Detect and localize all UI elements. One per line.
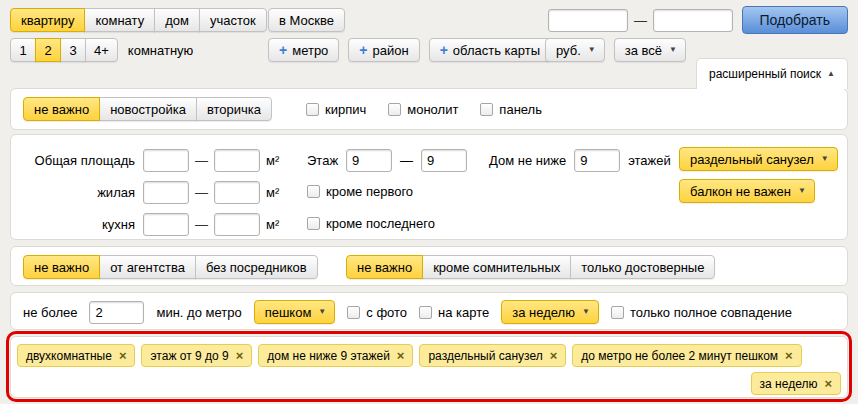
panel-checkbox-label: панель: [499, 102, 542, 117]
exclude-last-floor-checkbox[interactable]: кроме последнего: [307, 216, 435, 231]
living-area-to-input[interactable]: [214, 181, 260, 204]
submit-button[interactable]: Подобрать: [742, 6, 849, 34]
filter-tag-bathroom: раздельный санузел ×: [419, 344, 566, 367]
tags-row-1: двухкомнатные × этаж от 9 до 9 × дом не …: [11, 337, 847, 367]
filter-tag-floor: этаж от 9 до 9 ×: [141, 344, 252, 367]
building-type-any[interactable]: не важно: [23, 97, 100, 121]
period-select[interactable]: за неделю ▼: [501, 300, 599, 324]
floor-label: Этаж: [307, 153, 338, 168]
remove-tag-icon[interactable]: ×: [785, 349, 793, 362]
floor-from-input[interactable]: [346, 149, 392, 172]
plus-icon: +: [440, 43, 448, 57]
on-map-checkbox[interactable]: на карте: [419, 305, 489, 320]
remove-tag-icon[interactable]: ×: [550, 349, 558, 362]
total-area-to-input[interactable]: [214, 149, 260, 172]
room-count-2[interactable]: 2: [35, 38, 61, 62]
range-dash-icon: —: [400, 153, 413, 168]
trust-verified-only[interactable]: только достоверные: [570, 255, 715, 279]
checkbox-icon: [307, 185, 320, 198]
checkbox-icon: [306, 103, 319, 116]
plus-icon: +: [279, 43, 287, 57]
tab-house[interactable]: дом: [154, 8, 200, 32]
trust-segments: не важно кроме сомнительных только досто…: [346, 255, 715, 279]
room-count-group: 1 2 3 4+: [10, 38, 118, 62]
add-metro-button[interactable]: + метро: [268, 38, 339, 62]
chevron-down-icon: ▼: [588, 46, 596, 54]
seller-any[interactable]: не важно: [23, 255, 100, 279]
filter-tag-label: до метро не более 2 минут пешком: [581, 349, 778, 363]
tags-row-2: за неделю ×: [11, 367, 847, 395]
exact-match-checkbox[interactable]: только полное совпадение: [611, 305, 792, 320]
exclude-first-floor-label: кроме первого: [326, 184, 413, 199]
monolith-checkbox[interactable]: монолит: [388, 102, 458, 117]
price-from-input[interactable]: [548, 9, 628, 32]
metro-mode-select[interactable]: пешком ▼: [254, 300, 336, 324]
trust-no-doubtful[interactable]: кроме сомнительных: [422, 255, 571, 279]
chevron-down-icon: ▼: [582, 308, 590, 316]
advanced-search-toggle[interactable]: расширенный поиск ▲: [696, 58, 848, 89]
kitchen-area-to-input[interactable]: [214, 213, 260, 236]
brick-checkbox[interactable]: кирпич: [306, 102, 366, 117]
remove-tag-icon[interactable]: ×: [236, 349, 244, 362]
price-to-input[interactable]: [653, 9, 733, 32]
range-dash-icon: —: [195, 153, 208, 168]
living-area-from-input[interactable]: [143, 181, 189, 204]
filter-tag-label: за неделю: [760, 377, 818, 391]
tab-apartment[interactable]: квартиру: [10, 8, 85, 32]
metro-button-label: метро: [292, 43, 328, 58]
remove-tag-icon[interactable]: ×: [397, 349, 405, 362]
brick-checkbox-label: кирпич: [325, 102, 366, 117]
bathroom-select[interactable]: раздельный санузел ▼: [679, 147, 838, 171]
total-area-from-input[interactable]: [143, 149, 189, 172]
floor-to-input[interactable]: [421, 149, 467, 172]
price-unit-controls: руб. ▼ за всё ▼: [545, 38, 686, 62]
currency-select-value: руб.: [556, 43, 581, 58]
tab-room[interactable]: комнату: [84, 8, 155, 32]
room-count-1[interactable]: 1: [10, 38, 36, 62]
filter-tag-period: за неделю ×: [751, 372, 841, 395]
building-type-panel: не важно новостройка вторичка кирпич мон…: [10, 88, 848, 130]
checkbox-icon: [307, 217, 320, 230]
checkbox-icon: [611, 306, 624, 319]
rooms-suffix-label: комнатную: [128, 43, 194, 58]
chevron-down-icon: ▼: [821, 155, 829, 163]
remove-tag-icon[interactable]: ×: [119, 349, 127, 362]
checkbox-icon: [480, 103, 493, 116]
checkbox-icon: [347, 306, 360, 319]
room-count-3[interactable]: 3: [60, 38, 86, 62]
filter-tag-label: этаж от 9 до 9: [150, 349, 228, 363]
exclude-first-floor-checkbox[interactable]: кроме первого: [307, 184, 413, 199]
plus-icon: +: [359, 43, 367, 57]
metro-minutes-input[interactable]: [89, 301, 144, 324]
currency-select[interactable]: руб. ▼: [545, 38, 605, 62]
price-total-select[interactable]: за всё ▼: [614, 38, 686, 62]
photo-checkbox[interactable]: с фото: [347, 305, 407, 320]
advanced-search-label: расширенный поиск: [709, 67, 821, 81]
panel-checkbox[interactable]: панель: [480, 102, 542, 117]
exclude-last-floor-label: кроме последнего: [326, 216, 435, 231]
geo-buttons: + метро + район + область карты: [268, 38, 551, 62]
property-type-tabs: квартиру комнату дом участок: [10, 8, 267, 32]
room-count-4plus[interactable]: 4+: [85, 38, 118, 62]
trust-any[interactable]: не важно: [346, 255, 423, 279]
building-type-new[interactable]: новостройка: [99, 97, 197, 121]
tab-lot[interactable]: участок: [199, 8, 267, 32]
chevron-down-icon: ▼: [318, 308, 326, 316]
filter-tag-label: раздельный санузел: [428, 349, 542, 363]
seller-direct[interactable]: без посредников: [195, 255, 318, 279]
filter-tag-rooms: двухкомнатные ×: [17, 344, 135, 367]
balcony-select[interactable]: балкон не важен ▼: [679, 179, 815, 203]
house-min-floors-input[interactable]: [574, 149, 620, 172]
metro-prefix-label: не более: [23, 305, 77, 320]
price-range: —: [548, 9, 733, 32]
add-map-area-button[interactable]: + область карты: [429, 38, 551, 62]
filter-tag-house-floors: дом не ниже 9 этажей ×: [258, 344, 413, 367]
building-type-resale[interactable]: вторичка: [196, 97, 272, 121]
kitchen-area-from-input[interactable]: [143, 213, 189, 236]
add-district-button[interactable]: + район: [348, 38, 419, 62]
seller-agency[interactable]: от агентства: [99, 255, 196, 279]
city-button[interactable]: в Москве: [268, 8, 345, 32]
remove-tag-icon[interactable]: ×: [824, 377, 832, 390]
metro-middle-label: мин. до метро: [156, 305, 241, 320]
house-min-floors-label: Дом не ниже: [489, 153, 566, 168]
